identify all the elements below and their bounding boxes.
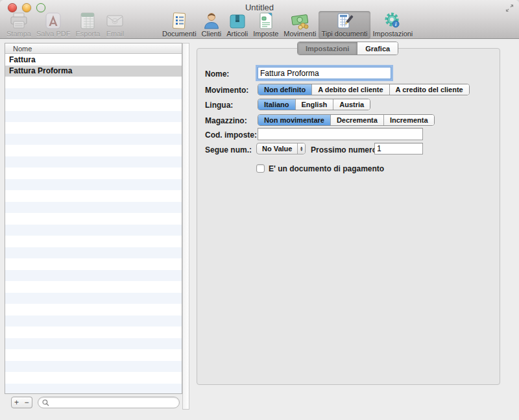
segment-a-debito-del-cliente[interactable]: A debito del cliente [311, 84, 389, 95]
document-types-list: Nome FatturaFattura Proforma [5, 43, 182, 394]
search-field[interactable] [38, 397, 180, 408]
toolbar-item-label: Email [106, 30, 125, 38]
toolbar-item-label: Impostazioni [373, 30, 413, 38]
toolbar-item-label: Esporta [76, 30, 101, 38]
tab-grafica[interactable]: Grafica [357, 42, 398, 55]
list-item-empty[interactable] [5, 88, 182, 100]
nome-input[interactable] [258, 67, 391, 79]
toolbar-item-movimenti[interactable]: Movimenti [281, 11, 319, 39]
magazzino-segmented-control: Non movimentareDecrementaIncrementa [258, 114, 435, 126]
cod-imposte-label: Cod. imposte: [205, 130, 257, 140]
popup-stepper-icon: ▲▼ [297, 143, 305, 154]
list-item-empty[interactable] [5, 281, 182, 293]
segment-italiano[interactable]: Italiano [258, 99, 295, 110]
list-item-empty[interactable] [5, 122, 182, 134]
toolbar-item-documenti[interactable]: Documenti [160, 11, 199, 39]
remove-button[interactable]: − [21, 397, 32, 408]
list-item-empty[interactable] [5, 361, 182, 373]
list-item-empty[interactable] [5, 349, 182, 361]
toolbar-item-label: Documenti [162, 30, 197, 38]
nome-label: Nome: [205, 69, 229, 79]
list-item-empty[interactable] [5, 338, 182, 350]
search-icon [42, 399, 49, 406]
pdf-icon [43, 12, 63, 30]
list-item-empty[interactable] [5, 111, 182, 123]
toolbar-item-imposte[interactable]: Imposte [250, 11, 281, 39]
list-item-empty[interactable] [5, 327, 182, 338]
toolbar-right-group: DocumentiClientiArticoliImposteMovimenti… [160, 11, 415, 39]
doc-types-icon [335, 12, 354, 30]
documents-icon [169, 12, 189, 30]
list-item-empty[interactable] [5, 315, 182, 327]
list-item-empty[interactable] [5, 247, 182, 259]
tab-impostazioni[interactable]: Impostazioni [298, 42, 357, 55]
add-button[interactable]: + [11, 397, 22, 408]
toolbar-item-salva-pdf: Salva PDF [34, 11, 73, 39]
list-item-empty[interactable] [5, 77, 182, 88]
search-input[interactable] [52, 398, 175, 407]
segue-num-popup[interactable]: No Value ▲▼ [256, 143, 306, 154]
list-item-empty[interactable] [5, 384, 182, 395]
toolbar-item-label: Salva PDF [36, 30, 71, 38]
pagamento-checkbox-label: E' un documento di pagamento [269, 164, 384, 173]
list-item-empty[interactable] [5, 270, 182, 282]
movements-icon [290, 12, 309, 30]
taxes-icon [256, 12, 276, 30]
toolbar-item-stampa: Stampa [4, 11, 34, 39]
movimento-segmented-control: Non definitoA debito del clienteA credit… [258, 84, 470, 95]
toolbar-item-esporta: Esporta [73, 11, 103, 39]
segment-english[interactable]: English [295, 99, 333, 110]
list-item-empty[interactable] [5, 145, 182, 156]
sidebar-scrollbar[interactable] [182, 43, 189, 410]
toolbar-item-label: Movimenti [284, 30, 316, 38]
toolbar-item-label: Stampa [6, 30, 31, 38]
list-item-empty[interactable] [5, 167, 182, 179]
toolbar-item-impostazioni[interactable]: iImpostazioni [370, 11, 416, 39]
toolbar-left-group: StampaSalva PDFEsportaEmail [4, 11, 127, 39]
pagamento-checkbox[interactable] [256, 164, 265, 173]
list-column-header[interactable]: Nome [5, 43, 182, 54]
toolbar-item-label: Clienti [202, 30, 222, 38]
toolbar-item-email: Email [103, 11, 127, 39]
segment-non-definito[interactable]: Non definito [258, 84, 311, 95]
list-item-empty[interactable] [5, 293, 182, 304]
toolbar-item-articoli[interactable]: Articoli [224, 11, 250, 39]
movimento-label: Movimento: [205, 86, 248, 95]
list-item-fattura[interactable]: Fattura [5, 54, 182, 66]
fullscreen-icon[interactable] [505, 4, 514, 12]
spreadsheet-icon [78, 12, 97, 30]
articles-icon [228, 12, 247, 30]
toolbar-item-clienti[interactable]: Clienti [199, 11, 224, 39]
segue-num-label: Segue num.: [205, 145, 252, 154]
titlebar-toolbar: Untitled StampaSalva PDFEsportaEmail Doc… [0, 0, 519, 39]
toolbar-item-tipi-documenti[interactable]: Tipi documenti [319, 11, 370, 39]
cod-imposte-input[interactable] [258, 128, 423, 140]
toolbar-item-label: Tipi documenti [321, 30, 367, 38]
toolbar-item-label: Imposte [253, 30, 278, 38]
list-item-empty[interactable] [5, 179, 182, 191]
email-icon [105, 12, 125, 30]
segment-austria[interactable]: Austria [333, 99, 370, 110]
list-item-empty[interactable] [5, 258, 182, 270]
magazzino-label: Magazzino: [205, 116, 247, 125]
list-item-empty[interactable] [5, 190, 182, 202]
list-item-empty[interactable] [5, 202, 182, 214]
list-item-empty[interactable] [5, 134, 182, 145]
prossimo-numero-label: Prossimo numero: [311, 145, 380, 154]
list-item-empty[interactable] [5, 156, 182, 168]
list-item-fattura-proforma[interactable]: Fattura Proforma [5, 66, 182, 77]
prossimo-numero-input[interactable] [374, 143, 423, 154]
segue-num-value: No Value [257, 143, 297, 154]
list-item-empty[interactable] [5, 236, 182, 247]
list-item-empty[interactable] [5, 372, 182, 384]
list-item-empty[interactable] [5, 213, 182, 225]
segment-non-movimentare[interactable]: Non movimentare [258, 115, 330, 125]
list-item-empty[interactable] [5, 304, 182, 315]
list-item-empty[interactable] [5, 225, 182, 236]
list-rows: FatturaFattura Proforma [5, 54, 182, 393]
lingua-segmented-control: ItalianoEnglishAustria [258, 99, 370, 110]
list-item-empty[interactable] [5, 99, 182, 111]
segment-incrementa[interactable]: Incrementa [383, 115, 434, 125]
segment-a-credito-del-cliente[interactable]: A credito del cliente [389, 84, 469, 95]
segment-decrementa[interactable]: Decrementa [330, 115, 383, 125]
